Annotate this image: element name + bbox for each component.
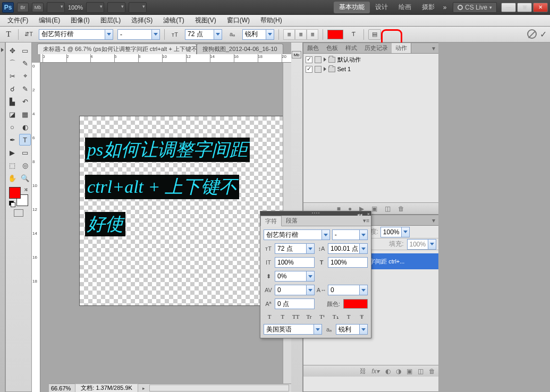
character-panel[interactable]: ◂◂ × 字符 段落 ▾≡ 创艺简行楷 - тT72 点 ↕A100.01 点 …	[260, 211, 371, 338]
menu-view[interactable]: 视图(V)	[190, 16, 222, 25]
minibridge-icon[interactable]: Mb	[292, 51, 301, 58]
new-layer-icon[interactable]: ◫	[418, 368, 424, 375]
layer-mask-icon[interactable]: ◐	[385, 368, 391, 375]
align-center[interactable]: ≡	[295, 29, 307, 40]
cp-hscale[interactable]: 100%	[328, 257, 368, 268]
dodge-tool[interactable]: ◐	[19, 121, 31, 133]
tab-actions[interactable]: 动作	[392, 43, 411, 53]
cp-vscale[interactable]: 100%	[275, 257, 315, 268]
character-panel-toggle[interactable]: ▤	[368, 29, 381, 40]
brush-tool[interactable]: ✎	[19, 83, 31, 95]
action-dialog-toggle[interactable]	[315, 56, 321, 63]
trash-icon[interactable]: 🗑	[398, 205, 404, 212]
lasso-tool[interactable]: ⌒	[6, 57, 18, 69]
3d-tool[interactable]: ⬚	[6, 159, 18, 171]
foreground-color[interactable]	[9, 187, 21, 199]
strikethrough[interactable]: Ŧ	[357, 312, 367, 321]
minibridge-button[interactable]: Mb	[32, 3, 44, 12]
cp-tracking[interactable]: 0%	[275, 271, 315, 282]
cp-font-style[interactable]: -	[332, 229, 368, 240]
close-button[interactable]: ✕	[533, 3, 548, 12]
underline[interactable]: T	[344, 312, 353, 321]
action-toggle-checkbox[interactable]	[306, 66, 312, 73]
type-tool[interactable]: T	[19, 134, 31, 146]
doc-tab-active[interactable]: 未标题-1 @ 66.7% (ps如何让调整字间距 ctrl+alt + 上下键…	[37, 44, 197, 54]
menu-file[interactable]: 文件(F)	[2, 16, 33, 25]
left-dock-strip[interactable]	[0, 42, 5, 392]
tab-styles[interactable]: 样式	[342, 43, 361, 53]
cp-color-swatch[interactable]	[343, 299, 368, 309]
workspace-painting[interactable]: 绘画	[393, 2, 417, 13]
document-canvas[interactable]: ps如何让调整字间距 ctrl+alt + 上下键不 好使	[79, 116, 291, 306]
expand-icon[interactable]	[324, 67, 326, 71]
warp-text-button[interactable]: Ƭ	[348, 29, 359, 40]
ruler-vertical[interactable]: 024681012141618	[32, 63, 40, 392]
blur-tool[interactable]: ○	[6, 121, 18, 133]
arrange-dropdown[interactable]	[107, 2, 125, 13]
screen-mode-dropdown[interactable]	[47, 2, 65, 13]
opacity-select[interactable]: 100%	[380, 227, 410, 237]
tab-history[interactable]: 历史记录	[361, 43, 392, 53]
crop-tool[interactable]: ✂	[6, 70, 18, 82]
expand-dock-icon[interactable]	[1, 48, 4, 52]
faux-italic[interactable]: T	[278, 312, 287, 321]
cp-kerning[interactable]: 0	[275, 285, 315, 295]
canvas-viewport[interactable]: ps如何让调整字间距 ctrl+alt + 上下键不 好使 66.67% 文档:…	[40, 63, 291, 392]
action-dialog-toggle[interactable]	[315, 66, 321, 73]
all-caps[interactable]: TT	[291, 312, 301, 321]
eraser-tool[interactable]: ◪	[6, 108, 18, 120]
commit-edits-button[interactable]: ✓	[540, 29, 547, 39]
path-select-tool[interactable]: ▶	[6, 147, 18, 158]
default-colors-icon[interactable]	[9, 201, 14, 206]
tab-color[interactable]: 颜色	[303, 43, 323, 53]
history-brush-tool[interactable]: ↶	[19, 96, 31, 107]
font-style-select[interactable]: -	[117, 29, 160, 40]
zoom-tool[interactable]: 🔍	[19, 172, 31, 184]
faux-bold[interactable]: T	[265, 312, 274, 321]
quick-mask-toggle[interactable]	[14, 209, 23, 217]
ruler-horizontal[interactable]: 024681012141618202224262830	[40, 54, 291, 63]
hand-tool[interactable]: ✋	[6, 172, 18, 184]
text-line-3[interactable]: 好使	[85, 212, 125, 236]
move-tool[interactable]: ✥	[6, 45, 18, 56]
color-fgbg[interactable]: ⤭	[9, 187, 28, 206]
action-row-set1[interactable]: Set 1	[303, 64, 438, 74]
subscript[interactable]: T₁	[331, 312, 340, 321]
bridge-button[interactable]: Br	[17, 3, 29, 12]
cp-font-family[interactable]: 创艺简行楷	[264, 229, 330, 240]
panel-close-icon[interactable]: ×	[367, 211, 370, 217]
menu-layer[interactable]: 图层(L)	[95, 16, 126, 25]
align-right[interactable]: ≡	[307, 29, 318, 40]
workspace-photography[interactable]: 摄影	[417, 2, 440, 13]
expand-icon[interactable]	[324, 57, 326, 62]
delete-layer-icon[interactable]: 🗑	[429, 368, 435, 375]
menu-window[interactable]: 窗口(W)	[222, 16, 255, 25]
link-layers-icon[interactable]: ⛓	[360, 368, 366, 375]
align-left[interactable]: ≡	[283, 29, 295, 40]
scrollbar-horizontal[interactable]	[149, 385, 289, 391]
action-row-default[interactable]: 默认动作	[303, 55, 438, 64]
tool-preset-icon[interactable]: T	[3, 29, 14, 40]
small-caps[interactable]: Tr	[304, 312, 314, 321]
new-action-icon[interactable]: ◫	[385, 205, 391, 212]
cp-size[interactable]: 72 点	[275, 243, 315, 254]
panel-menu-icon[interactable]: ▾≡	[361, 216, 371, 226]
para-tab[interactable]: 段落	[282, 216, 302, 226]
workspace-more[interactable]: »	[440, 2, 450, 13]
pen-tool[interactable]: ✒	[6, 134, 18, 146]
cp-language[interactable]: 美国英语	[264, 324, 322, 335]
3d-camera-tool[interactable]: ◎	[19, 159, 31, 171]
cp-kern-auto[interactable]: 0	[328, 285, 368, 295]
layer-style-icon[interactable]: fx▾	[371, 368, 379, 375]
cs-live-button[interactable]: CS Live▾	[453, 2, 497, 13]
menu-edit[interactable]: 编辑(E)	[33, 16, 65, 25]
minimize-button[interactable]: —	[501, 3, 516, 12]
healing-tool[interactable]: ☌	[6, 83, 18, 95]
antialias-select[interactable]: 锐利	[242, 29, 274, 40]
cancel-edits-button[interactable]	[527, 29, 537, 39]
marquee-tool[interactable]: ▭	[19, 45, 31, 56]
cp-baseline[interactable]: 0 点	[275, 299, 315, 309]
text-line-2[interactable]: ctrl+alt + 上下键不	[85, 175, 239, 199]
maximize-button[interactable]: ▣	[517, 3, 532, 12]
shape-tool[interactable]: ▭	[19, 147, 31, 158]
